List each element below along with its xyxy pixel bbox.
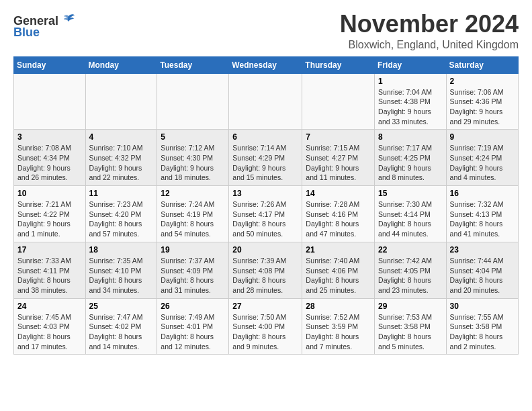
day-number: 5 [161,132,225,142]
calendar-header-saturday: Saturday [446,56,518,73]
calendar-week-row: 3Sunrise: 7:08 AMSunset: 4:34 PMDaylight… [14,130,519,186]
calendar-week-row: 1Sunrise: 7:04 AMSunset: 4:38 PMDaylight… [14,73,519,130]
calendar-cell: 24Sunrise: 7:45 AMSunset: 4:03 PMDayligh… [14,298,86,355]
calendar-cell: 12Sunrise: 7:24 AMSunset: 4:19 PMDayligh… [157,186,229,242]
calendar-cell: 28Sunrise: 7:52 AMSunset: 3:59 PMDayligh… [302,298,375,355]
calendar-cell: 29Sunrise: 7:53 AMSunset: 3:58 PMDayligh… [375,298,447,355]
day-number: 22 [378,245,443,255]
calendar-cell: 7Sunrise: 7:15 AMSunset: 4:27 PMDaylight… [302,130,375,186]
calendar-cell: 30Sunrise: 7:55 AMSunset: 3:58 PMDayligh… [446,298,518,355]
calendar-cell: 6Sunrise: 7:14 AMSunset: 4:29 PMDaylight… [229,130,302,186]
day-info: Sunrise: 7:47 AMSunset: 4:02 PMDaylight:… [89,312,154,352]
day-info: Sunrise: 7:45 AMSunset: 4:03 PMDaylight:… [17,312,82,352]
day-number: 14 [306,189,371,198]
day-info: Sunrise: 7:52 AMSunset: 3:59 PMDaylight:… [306,312,371,352]
day-number: 16 [450,189,515,198]
day-number: 6 [232,132,298,142]
header: General Blue November 2024 Bloxwich, Eng… [13,11,519,51]
day-info: Sunrise: 7:06 AMSunset: 4:36 PMDaylight:… [450,87,515,127]
day-info: Sunrise: 7:37 AMSunset: 4:09 PMDaylight:… [161,256,225,295]
day-info: Sunrise: 7:10 AMSunset: 4:32 PMDaylight:… [89,143,154,183]
logo-blue-text: Blue [13,26,40,40]
calendar-cell: 15Sunrise: 7:30 AMSunset: 4:14 PMDayligh… [375,186,447,242]
calendar-header-row: SundayMondayTuesdayWednesdayThursdayFrid… [14,56,519,73]
calendar-header-friday: Friday [375,56,447,73]
calendar-cell: 22Sunrise: 7:42 AMSunset: 4:05 PMDayligh… [375,242,447,298]
day-number: 24 [17,302,82,311]
day-info: Sunrise: 7:26 AMSunset: 4:17 PMDaylight:… [232,199,298,239]
calendar-cell: 1Sunrise: 7:04 AMSunset: 4:38 PMDaylight… [375,73,447,130]
day-info: Sunrise: 7:21 AMSunset: 4:22 PMDaylight:… [17,199,82,239]
location-title: Bloxwich, England, United Kingdom [340,39,519,51]
calendar-header-wednesday: Wednesday [229,56,302,73]
day-number: 18 [89,245,154,255]
day-number: 12 [161,189,225,198]
day-info: Sunrise: 7:14 AMSunset: 4:29 PMDaylight:… [232,143,298,183]
calendar-cell: 26Sunrise: 7:49 AMSunset: 4:01 PMDayligh… [157,298,229,355]
day-number: 21 [306,245,371,255]
day-number: 1 [378,77,443,86]
day-number: 30 [450,302,515,311]
day-number: 7 [306,132,371,142]
day-number: 15 [378,189,443,198]
day-number: 13 [232,189,298,198]
day-info: Sunrise: 7:30 AMSunset: 4:14 PMDaylight:… [378,199,443,239]
calendar-cell: 27Sunrise: 7:50 AMSunset: 4:00 PMDayligh… [229,298,302,355]
day-number: 10 [17,189,82,198]
month-title: November 2024 [340,11,519,38]
day-number: 17 [17,245,82,255]
logo-bird-icon [60,13,75,28]
day-info: Sunrise: 7:49 AMSunset: 4:01 PMDaylight:… [161,312,225,352]
day-number: 28 [306,302,371,311]
calendar-cell: 5Sunrise: 7:12 AMSunset: 4:30 PMDaylight… [157,130,229,186]
day-number: 23 [450,245,515,255]
calendar-week-row: 17Sunrise: 7:33 AMSunset: 4:11 PMDayligh… [14,242,519,298]
calendar-week-row: 24Sunrise: 7:45 AMSunset: 4:03 PMDayligh… [14,298,519,355]
calendar-cell: 11Sunrise: 7:23 AMSunset: 4:20 PMDayligh… [85,186,157,242]
day-number: 27 [232,302,298,311]
day-info: Sunrise: 7:33 AMSunset: 4:11 PMDaylight:… [17,256,82,295]
day-number: 2 [450,77,515,86]
day-info: Sunrise: 7:24 AMSunset: 4:19 PMDaylight:… [161,199,225,239]
calendar-cell: 16Sunrise: 7:32 AMSunset: 4:13 PMDayligh… [446,186,518,242]
day-number: 25 [89,302,154,311]
calendar-cell: 3Sunrise: 7:08 AMSunset: 4:34 PMDaylight… [14,130,86,186]
day-info: Sunrise: 7:04 AMSunset: 4:38 PMDaylight:… [378,87,443,127]
calendar-cell: 23Sunrise: 7:44 AMSunset: 4:04 PMDayligh… [446,242,518,298]
calendar-cell: 25Sunrise: 7:47 AMSunset: 4:02 PMDayligh… [85,298,157,355]
day-info: Sunrise: 7:35 AMSunset: 4:10 PMDaylight:… [89,256,154,295]
calendar-cell: 2Sunrise: 7:06 AMSunset: 4:36 PMDaylight… [446,73,518,130]
day-number: 9 [450,132,515,142]
day-info: Sunrise: 7:15 AMSunset: 4:27 PMDaylight:… [306,143,371,183]
calendar-cell [302,73,375,130]
calendar-cell: 9Sunrise: 7:19 AMSunset: 4:24 PMDaylight… [446,130,518,186]
calendar-cell: 19Sunrise: 7:37 AMSunset: 4:09 PMDayligh… [157,242,229,298]
day-info: Sunrise: 7:17 AMSunset: 4:25 PMDaylight:… [378,143,443,183]
calendar-cell: 17Sunrise: 7:33 AMSunset: 4:11 PMDayligh… [14,242,86,298]
day-number: 26 [161,302,225,311]
calendar-cell: 14Sunrise: 7:28 AMSunset: 4:16 PMDayligh… [302,186,375,242]
day-info: Sunrise: 7:44 AMSunset: 4:04 PMDaylight:… [450,256,515,295]
calendar-cell [85,73,157,130]
calendar-cell: 18Sunrise: 7:35 AMSunset: 4:10 PMDayligh… [85,242,157,298]
calendar-table: SundayMondayTuesdayWednesdayThursdayFrid… [13,56,519,355]
day-info: Sunrise: 7:19 AMSunset: 4:24 PMDaylight:… [450,143,515,183]
calendar-cell: 8Sunrise: 7:17 AMSunset: 4:25 PMDaylight… [375,130,447,186]
day-info: Sunrise: 7:32 AMSunset: 4:13 PMDaylight:… [450,199,515,239]
calendar-header-sunday: Sunday [14,56,86,73]
day-number: 4 [89,132,154,142]
calendar-header-tuesday: Tuesday [157,56,229,73]
day-info: Sunrise: 7:42 AMSunset: 4:05 PMDaylight:… [378,256,443,295]
day-number: 3 [17,132,82,142]
day-info: Sunrise: 7:23 AMSunset: 4:20 PMDaylight:… [89,199,154,239]
day-info: Sunrise: 7:08 AMSunset: 4:34 PMDaylight:… [17,143,82,183]
day-info: Sunrise: 7:55 AMSunset: 3:58 PMDaylight:… [450,312,515,352]
calendar-cell: 10Sunrise: 7:21 AMSunset: 4:22 PMDayligh… [14,186,86,242]
day-number: 19 [161,245,225,255]
day-number: 8 [378,132,443,142]
day-info: Sunrise: 7:39 AMSunset: 4:08 PMDaylight:… [232,256,298,295]
calendar-cell: 20Sunrise: 7:39 AMSunset: 4:08 PMDayligh… [229,242,302,298]
calendar-cell [229,73,302,130]
day-info: Sunrise: 7:50 AMSunset: 4:00 PMDaylight:… [232,312,298,352]
day-number: 29 [378,302,443,311]
